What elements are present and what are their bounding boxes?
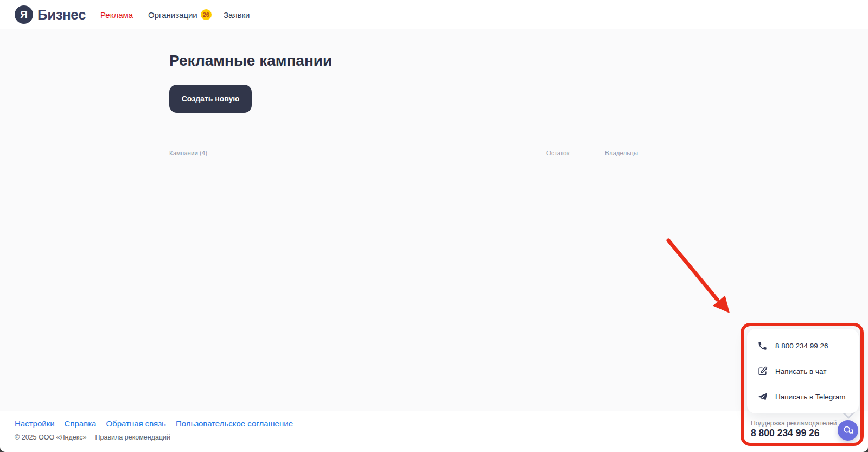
organizations-count-badge: 26 <box>201 9 212 20</box>
support-telegram-label: Написать в Telegram <box>775 393 845 401</box>
support-phone-item[interactable]: 8 800 234 99 26 <box>747 334 859 358</box>
logo-name: Бизнес <box>37 7 86 23</box>
column-header-campaigns: Кампании (4) <box>169 150 207 156</box>
footer-link-feedback[interactable]: Обратная связь <box>106 419 166 428</box>
phone-icon <box>757 341 768 351</box>
support-chat-item[interactable]: Написать в чат <box>747 359 859 383</box>
footer-link-settings[interactable]: Настройки <box>15 419 55 428</box>
page-title: Рекламные кампании <box>169 52 332 69</box>
chat-fab-button[interactable] <box>838 420 858 441</box>
support-telegram-item[interactable]: Написать в Telegram <box>747 385 859 409</box>
support-contact-phone: 8 800 234 99 26 <box>751 428 820 439</box>
tab-advertising[interactable]: Реклама <box>100 0 133 29</box>
page: Я Бизнес Реклама Организации 26 Заявки Р… <box>0 0 868 452</box>
column-header-balance: Остаток <box>546 150 570 156</box>
annotation-arrow <box>624 217 760 326</box>
create-campaign-button[interactable]: Создать новую <box>169 85 252 113</box>
footer-link-user-agreement[interactable]: Пользовательское соглашение <box>176 419 293 428</box>
tab-organizations[interactable]: Организации 26 <box>148 0 212 29</box>
support-chat-label: Написать в чат <box>775 367 826 375</box>
yandex-business-logo[interactable]: Я Бизнес <box>15 0 86 29</box>
logo-letter: Я <box>20 9 28 21</box>
footer-link-help[interactable]: Справка <box>65 419 97 428</box>
tab-requests-label: Заявки <box>224 10 250 20</box>
tab-organizations-label: Организации <box>148 10 197 20</box>
tab-requests[interactable]: Заявки <box>224 0 250 29</box>
support-popup: 8 800 234 99 26 Написать в чат Написать … <box>747 329 859 413</box>
footer-links: Настройки Справка Обратная связь Пользов… <box>15 419 293 428</box>
footer-recommendations-link[interactable]: Правила рекомендаций <box>95 434 171 441</box>
column-header-owners: Владельцы <box>605 150 638 156</box>
telegram-icon <box>757 392 768 402</box>
support-contact-label: Поддержка рекламодателей <box>751 419 837 427</box>
footer: Настройки Справка Обратная связь Пользов… <box>0 411 868 452</box>
compose-icon <box>757 366 768 377</box>
tab-advertising-label: Реклама <box>100 10 133 20</box>
top-navbar: Я Бизнес Реклама Организации 26 Заявки <box>0 0 868 29</box>
footer-copyright: © 2025 ООО «Яндекс» <box>15 434 87 441</box>
chat-bubbles-icon <box>842 424 854 436</box>
footer-meta: © 2025 ООО «Яндекс» Правила рекомендаций <box>15 434 170 441</box>
yandex-logo-icon: Я <box>15 5 33 24</box>
support-phone-label: 8 800 234 99 26 <box>775 342 828 350</box>
